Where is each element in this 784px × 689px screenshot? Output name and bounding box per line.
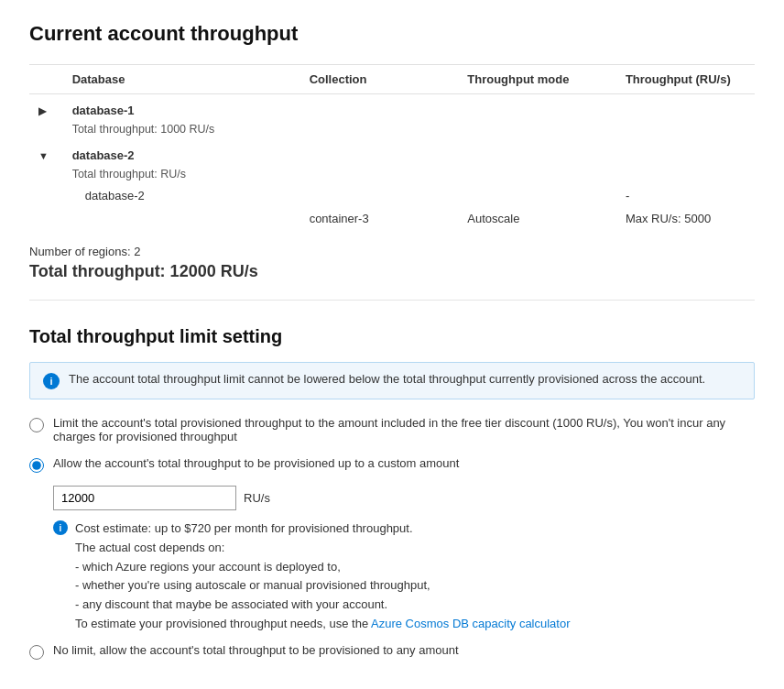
radio-option-custom[interactable]: Allow the account's total throughput to … [29,456,755,473]
chevron-right-icon: ▶ [38,104,51,117]
custom-amount-area: RU/s i Cost estimate: up to $720 per mon… [53,486,755,634]
table-row-sub: Total throughput: 1000 RU/s [29,122,755,139]
regions-info: Number of regions: 2 [29,245,755,258]
banner-text: The account total throughput limit canno… [69,372,705,386]
total-throughput-display: Total throughput: 12000 RU/s [29,262,755,281]
radio-custom[interactable] [29,458,44,473]
custom-input-row: RU/s [53,486,755,510]
cost-estimate-text: Cost estimate: up to $720 per month for … [75,519,571,634]
radio-option-no-limit[interactable]: No limit, allow the account's total thro… [29,643,755,660]
radio-custom-label: Allow the account's total throughput to … [53,456,459,470]
section-divider [29,300,755,301]
cost-estimate-box: i Cost estimate: up to $720 per month fo… [53,519,755,634]
col-header-collection: Collection [300,65,459,94]
chevron-down-icon: ▼ [38,149,51,162]
container3-rus: Max RU/s: 5000 [616,207,755,230]
db1-name-cell: database-1 [63,94,300,123]
cost-info-icon: i [53,520,68,535]
col-header-throughput-mode: Throughput mode [458,65,616,94]
table-row: database-2 - [29,184,755,207]
table-row: container-3 Autoscale Max RU/s: 5000 [29,207,755,230]
capacity-calculator-link[interactable]: Azure Cosmos DB capacity calculator [371,617,570,630]
radio-no-limit-label: No limit, allow the account's total thro… [53,643,459,657]
radio-free-tier[interactable] [29,418,44,432]
radio-no-limit[interactable] [29,645,44,660]
info-banner: i The account total throughput limit can… [29,362,755,399]
col-header-throughput-rus: Throughput (RU/s) [616,65,755,94]
radio-free-tier-label: Limit the account's total provisioned th… [53,416,755,443]
db1-subtitle-cell: Total throughput: 1000 RU/s [63,122,300,139]
section2-title: Total throughput limit setting [29,326,755,347]
throughput-table: Database Collection Throughput mode Thro… [29,64,755,230]
container3-mode: Autoscale [458,207,616,230]
table-row: ▶ database-1 [29,94,755,123]
db2-name-cell: database-2 [63,139,300,167]
chevron-cell[interactable]: ▼ [29,139,63,167]
db2-child1-name: database-2 [63,184,300,207]
col-header-chevron [29,65,63,94]
table-row: ▼ database-2 [29,139,755,167]
table-row-sub: Total throughput: RU/s [29,167,755,184]
container3-collection: container-3 [300,207,459,230]
db2-child1-rus: - [616,184,755,207]
db2-subtitle-cell: Total throughput: RU/s [63,167,300,184]
info-icon: i [43,373,60,389]
col-header-database: Database [63,65,300,94]
custom-amount-input[interactable] [53,486,236,510]
radio-option-free-tier[interactable]: Limit the account's total provisioned th… [29,416,755,443]
chevron-cell[interactable]: ▶ [29,94,63,123]
page-title: Current account throughput [29,22,755,46]
rus-unit-label: RU/s [244,491,270,505]
